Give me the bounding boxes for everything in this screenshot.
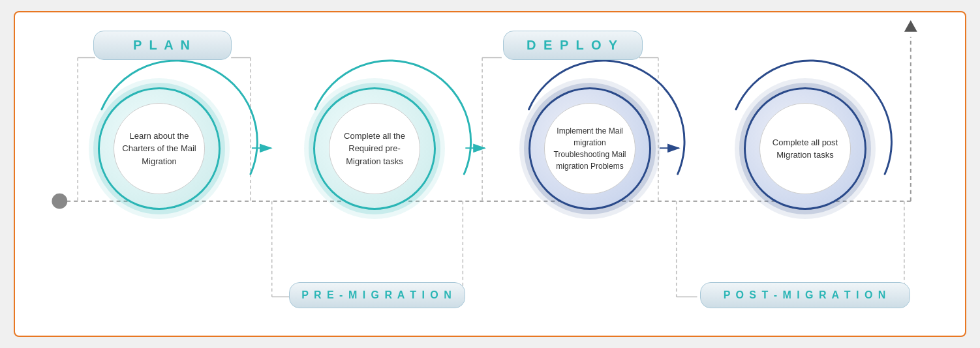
postmig-circle-text: Complete all post Migration tasks	[765, 136, 845, 162]
deploy-circle-text: Implement the Mail migration Troubleshoo…	[550, 125, 630, 172]
premig-box: P R E - M I G R A T I O N	[289, 282, 465, 308]
premig-circle-inner: Complete all the Required pre-Migration …	[329, 103, 420, 194]
postmig-box: P O S T - M I G R A T I O N	[700, 282, 910, 308]
plan-circle: Learn about the Charters of the Mail Mig…	[98, 87, 221, 210]
premig-circle-text: Complete all the Required pre-Migration …	[335, 130, 414, 168]
postmig-label: P O S T - M I G R A T I O N	[724, 289, 887, 300]
deploy-circle: Implement the Mail migration Troubleshoo…	[528, 87, 651, 210]
plan-box: P L A N	[93, 31, 232, 60]
plan-circle-text: Learn about the Charters of the Mail Mig…	[119, 130, 199, 168]
diagram-container: P L A N P R E - M I G R A T I O N D E P …	[14, 11, 966, 337]
deploy-box: D E P L O Y	[503, 31, 643, 60]
premig-label: P R E - M I G R A T I O N	[301, 289, 453, 300]
deploy-label: D E P L O Y	[527, 38, 619, 52]
plan-circle-inner: Learn about the Charters of the Mail Mig…	[114, 103, 205, 194]
svg-point-4	[52, 194, 67, 209]
premig-circle: Complete all the Required pre-Migration …	[313, 87, 436, 210]
plan-label: P L A N	[133, 38, 192, 52]
postmig-circle: Complete all post Migration tasks	[744, 87, 866, 210]
deploy-circle-inner: Implement the Mail migration Troubleshoo…	[544, 103, 635, 194]
svg-marker-6	[904, 20, 917, 32]
postmig-circle-inner: Complete all post Migration tasks	[759, 103, 851, 194]
